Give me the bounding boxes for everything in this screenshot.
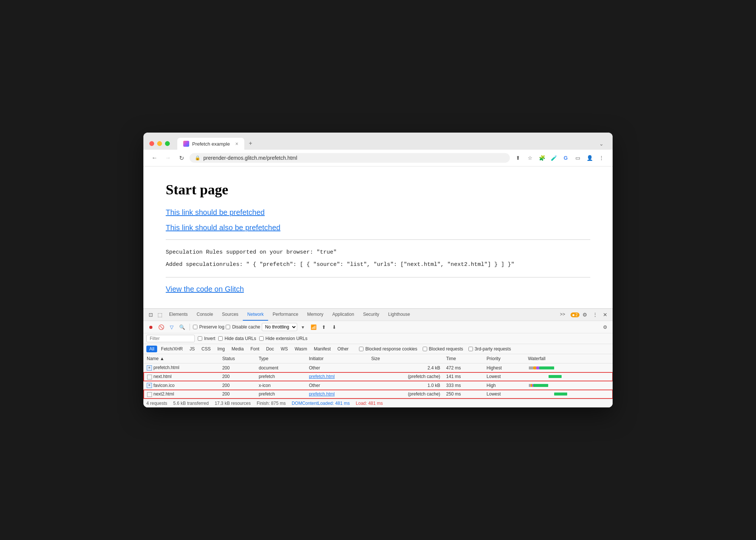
tab-more[interactable]: >>	[556, 309, 570, 321]
type-font[interactable]: Font	[247, 346, 262, 352]
tab-sources[interactable]: Sources	[217, 309, 243, 321]
invert-checkbox[interactable]	[198, 336, 202, 341]
col-waterfall[interactable]: Waterfall	[525, 354, 613, 363]
throttle-select[interactable]: No throttling	[262, 323, 297, 331]
table-row[interactable]: next2.html 200 prefetch prefetch.html (p…	[144, 390, 613, 398]
link2[interactable]: This link should also be prefetched	[166, 223, 590, 232]
view-code-link[interactable]: View the code on Glitch	[166, 285, 590, 293]
link1[interactable]: This link should be prefetched	[166, 208, 590, 217]
share-icon[interactable]: ⬆	[513, 153, 523, 163]
initiator-link[interactable]: prefetch.html	[309, 391, 334, 397]
type-doc[interactable]: Doc	[263, 346, 277, 352]
third-party-checkbox[interactable]	[468, 347, 473, 351]
type-img[interactable]: Img	[215, 346, 228, 352]
clear-button[interactable]: 🚫	[157, 323, 166, 331]
tab-console[interactable]: Console	[192, 309, 217, 321]
col-status[interactable]: Status	[219, 354, 256, 363]
forward-button[interactable]: →	[163, 153, 173, 163]
browser-tab-active[interactable]: Prefetch example ×	[177, 138, 244, 150]
col-type[interactable]: Type	[256, 354, 306, 363]
col-priority[interactable]: Priority	[484, 354, 525, 363]
col-size[interactable]: Size	[368, 354, 443, 363]
devtools-close-icon[interactable]: ✕	[601, 309, 610, 321]
extensions-icon[interactable]: 🧩	[537, 153, 547, 163]
upload-icon[interactable]: ⬆	[320, 323, 328, 331]
table-row[interactable]: ≡prefetch.html 200 document Other 2.4 kB…	[144, 363, 613, 372]
preserve-log-label[interactable]: Preserve log	[193, 324, 224, 330]
minimize-button[interactable]	[157, 141, 162, 146]
tab-network[interactable]: Network	[243, 309, 268, 321]
tab-memory[interactable]: Memory	[303, 309, 328, 321]
table-row[interactable]: next.html 200 prefetch prefetch.html (pr…	[144, 372, 613, 381]
disable-cache-label[interactable]: Disable cache	[226, 324, 260, 330]
new-tab-button[interactable]: +	[244, 137, 257, 150]
blocked-response-label[interactable]: Blocked response cookies	[359, 346, 417, 352]
type-manifest[interactable]: Manifest	[311, 346, 334, 352]
maximize-button[interactable]	[165, 141, 170, 146]
hide-data-urls-checkbox[interactable]	[218, 336, 223, 341]
disable-cache-checkbox[interactable]	[226, 325, 230, 329]
table-row[interactable]: ≡favicon.ico 200 x-icon Other 1.0 kB 333…	[144, 381, 613, 390]
reload-button[interactable]: ↻	[176, 153, 187, 163]
tab-lighthouse[interactable]: Lighthouse	[384, 309, 414, 321]
record-button[interactable]: ⏺	[146, 323, 155, 331]
hide-data-urls-label[interactable]: Hide data URLs	[218, 336, 256, 341]
type-fetch-xhr[interactable]: Fetch/XHR	[158, 346, 186, 352]
type-other[interactable]: Other	[334, 346, 352, 352]
cell-type: x-icon	[256, 381, 306, 390]
blocked-requests-label[interactable]: Blocked requests	[423, 346, 463, 352]
address-bar[interactable]: 🔒 prerender-demos.glitch.me/prefetch.htm…	[190, 153, 510, 163]
devtools-inspect-icon[interactable]: ⊡	[146, 309, 155, 321]
type-media[interactable]: Media	[229, 346, 247, 352]
tab-close-icon[interactable]: ×	[235, 141, 238, 147]
filter-icon[interactable]: ▽	[167, 323, 176, 331]
labs-icon[interactable]: 🧪	[549, 153, 559, 163]
type-ws[interactable]: WS	[278, 346, 291, 352]
back-button[interactable]: ←	[149, 153, 160, 163]
tab-application[interactable]: Application	[328, 309, 359, 321]
close-button[interactable]	[149, 141, 154, 146]
google-icon[interactable]: G	[560, 153, 571, 163]
network-settings-icon[interactable]: ⚙	[601, 323, 610, 331]
tab-security[interactable]: Security	[359, 309, 384, 321]
hide-ext-urls-checkbox[interactable]	[259, 336, 264, 341]
blocked-requests-checkbox[interactable]	[423, 347, 427, 351]
filter-input[interactable]	[146, 335, 195, 342]
cell-priority: High	[484, 381, 525, 390]
preserve-log-checkbox[interactable]	[193, 325, 197, 329]
col-initiator[interactable]: Initiator	[306, 354, 368, 363]
blocked-response-checkbox[interactable]	[359, 347, 363, 351]
hide-ext-urls-label[interactable]: Hide extension URLs	[259, 336, 308, 341]
cell-status: 200	[219, 390, 256, 398]
third-party-label[interactable]: 3rd-party requests	[468, 346, 511, 352]
nav-actions: ⬆ ☆ 🧩 🧪 G ▭ 👤 ⋮	[513, 153, 607, 163]
initiator-link[interactable]: prefetch.html	[309, 374, 334, 379]
devtools-settings-icon[interactable]: ⚙	[580, 309, 590, 321]
bookmark-icon[interactable]: ☆	[525, 153, 535, 163]
tab-performance[interactable]: Performance	[268, 309, 303, 321]
tab-elements[interactable]: Elements	[165, 309, 192, 321]
search-icon[interactable]: 🔍	[178, 323, 187, 331]
wifi-icon[interactable]: 📶	[309, 323, 318, 331]
invert-label[interactable]: Invert	[198, 336, 215, 341]
requests-count: 4 requests	[146, 401, 167, 406]
page-content: Start page This link should be prefetche…	[143, 166, 613, 308]
cell-name: next2.html	[144, 390, 219, 398]
type-js[interactable]: JS	[187, 346, 198, 352]
col-name[interactable]: Name ▲	[144, 354, 219, 363]
download-icon[interactable]: ⬇	[330, 323, 339, 331]
title-bar: Prefetch example × + ⌄	[143, 133, 613, 150]
throttle-arrow-icon[interactable]: ▾	[299, 323, 308, 331]
type-css[interactable]: CSS	[198, 346, 214, 352]
type-all[interactable]: All	[146, 346, 157, 352]
type-wasm[interactable]: Wasm	[292, 346, 310, 352]
devtools-badge: ■ 2	[571, 312, 579, 317]
profile-icon[interactable]: 👤	[584, 153, 595, 163]
devtools-more-icon[interactable]: ⋮	[590, 309, 600, 321]
menu-icon[interactable]: ⋮	[596, 153, 607, 163]
sidebar-icon[interactable]: ▭	[572, 153, 583, 163]
tab-list-chevron[interactable]: ⌄	[596, 138, 607, 150]
devtools-device-icon[interactable]: ⬚	[155, 309, 165, 321]
col-time[interactable]: Time	[443, 354, 484, 363]
filter-bar: Invert Hide data URLs Hide extension URL…	[143, 333, 613, 344]
